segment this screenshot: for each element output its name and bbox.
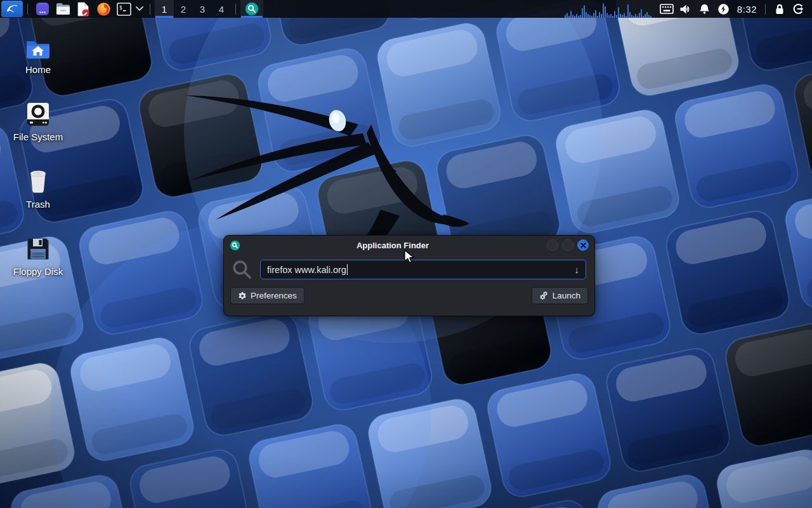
log-out-button[interactable] <box>789 0 808 18</box>
gear-icon <box>238 291 247 300</box>
file-manager-icon <box>56 3 70 15</box>
workspace-2[interactable]: 2 <box>174 0 193 18</box>
close-icon <box>580 243 586 248</box>
desktop-icon-trash[interactable]: Trash <box>5 165 71 210</box>
keyboard-icon <box>660 4 674 14</box>
terminal-icon: $ <box>117 3 131 16</box>
notifications-tray-button[interactable] <box>695 0 714 18</box>
lock-icon <box>774 3 785 15</box>
launch-icon <box>539 291 549 300</box>
chevron-down-icon <box>136 6 143 11</box>
panel-separator <box>235 4 236 15</box>
close-button[interactable] <box>577 239 589 251</box>
desktop-icon-column: Home File System <box>5 30 71 300</box>
desktop-icon-label: File System <box>13 131 63 142</box>
system-load-graph[interactable] <box>565 0 653 18</box>
desktop-icon-floppy-disk[interactable]: Floppy Disk <box>5 232 71 277</box>
top-panel: $ 1 2 3 4 <box>0 0 812 18</box>
apps-icon <box>36 2 49 16</box>
launch-label: Launch <box>553 291 580 300</box>
minimize-button[interactable] <box>547 239 558 251</box>
lock-screen-button[interactable] <box>770 0 789 18</box>
terminal-dropdown-button[interactable] <box>134 0 145 18</box>
panel-separator <box>27 4 28 15</box>
desktop: Home File System <box>0 0 812 508</box>
window-controls <box>539 239 589 251</box>
volume-tray-button[interactable] <box>676 0 695 18</box>
launcher-terminal[interactable]: $ <box>114 0 134 18</box>
svg-text:$: $ <box>119 4 122 10</box>
launcher-apps[interactable] <box>32 0 53 18</box>
desktop-icon-label: Home <box>25 64 51 75</box>
workspace-4[interactable]: 4 <box>212 0 231 18</box>
dropdown-arrow-icon[interactable]: ↓ <box>575 264 580 275</box>
panel-separator <box>150 4 150 15</box>
keyboard-tray-button[interactable] <box>657 0 676 18</box>
workspace-label: 3 <box>200 4 205 15</box>
home-folder-icon <box>25 30 51 60</box>
application-finder-window: Application Finder firefox www.kali.org … <box>223 235 595 316</box>
workspace-3[interactable]: 3 <box>193 0 212 18</box>
launcher-text-editor[interactable] <box>73 0 93 18</box>
search-input-value: firefox www.kali.org <box>267 265 346 275</box>
panel-separator <box>765 4 766 15</box>
text-caret <box>347 264 348 275</box>
power-icon <box>717 3 730 15</box>
workspace-1[interactable]: 1 <box>155 0 174 18</box>
workspace-label: 1 <box>162 4 167 15</box>
window-icon <box>230 240 240 251</box>
maximize-button[interactable] <box>562 239 573 251</box>
clock[interactable]: 8:32 <box>733 0 761 18</box>
search-icon <box>232 260 252 279</box>
desktop-icon-home[interactable]: Home <box>5 30 71 75</box>
firefox-icon <box>96 2 111 17</box>
window-title: Application Finder <box>246 241 539 250</box>
text-editor-icon <box>76 2 90 17</box>
kali-menu-button[interactable] <box>1 1 23 17</box>
preferences-label: Preferences <box>251 291 297 300</box>
power-manager-tray-button[interactable] <box>714 0 733 18</box>
volume-icon <box>679 4 692 15</box>
mouse-cursor <box>404 250 416 265</box>
workspace-label: 2 <box>181 4 186 15</box>
preferences-button[interactable]: Preferences <box>230 287 304 304</box>
kali-dragon-icon <box>5 3 19 15</box>
desktop-icon-label: Floppy Disk <box>13 266 63 277</box>
clock-text: 8:32 <box>737 4 757 15</box>
hard-disk-icon <box>25 98 51 127</box>
floppy-disk-icon <box>25 232 51 262</box>
workspace-label: 4 <box>219 4 224 15</box>
launch-button[interactable]: Launch <box>532 287 588 304</box>
launcher-firefox[interactable] <box>93 0 114 18</box>
launcher-file-manager[interactable] <box>53 0 73 18</box>
taskbar-application-finder[interactable] <box>240 0 263 18</box>
trash-icon <box>26 165 50 194</box>
search-input[interactable]: firefox www.kali.org ↓ <box>260 260 586 279</box>
application-finder-icon <box>245 2 259 16</box>
desktop-icon-file-system[interactable]: File System <box>5 98 71 142</box>
log-out-icon <box>792 3 805 15</box>
desktop-icon-label: Trash <box>26 199 50 210</box>
bell-icon <box>698 3 710 15</box>
